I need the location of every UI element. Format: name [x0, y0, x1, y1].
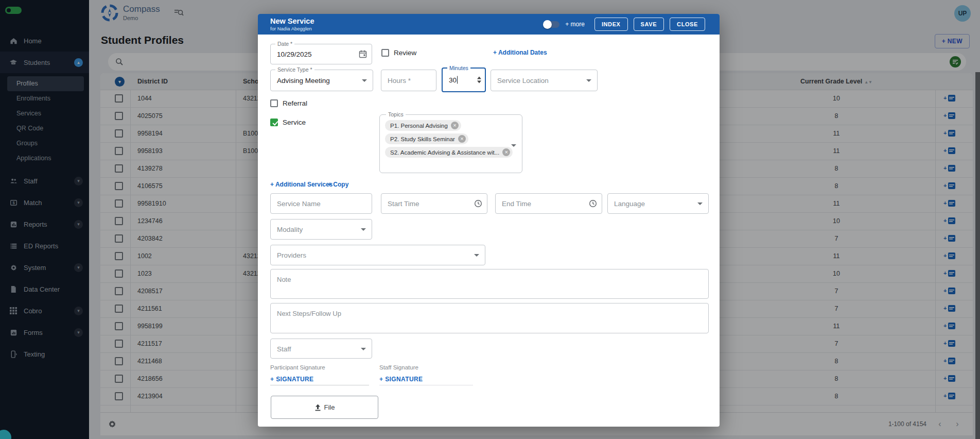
number-stepper[interactable] [477, 77, 481, 83]
service-type-value: Advising Meeting [277, 77, 330, 85]
staff-signature-line [379, 385, 473, 385]
remove-topic-icon[interactable]: × [451, 122, 459, 129]
end-time-placeholder: End Time [502, 200, 531, 208]
staff-signature-button[interactable]: + SIGNATURE [379, 376, 423, 383]
dialog-titles: New Service for Nadia Abegglen [270, 17, 314, 31]
staff-signature-label: Staff Signature [379, 364, 418, 370]
dialog-subtitle: for Nadia Abegglen [270, 26, 314, 31]
staff-placeholder: Staff [277, 345, 291, 352]
chevron-down-icon [362, 79, 367, 82]
topic-chip: P1. Personal Advising× [385, 120, 461, 131]
note-placeholder: Note [277, 276, 291, 283]
copy-link[interactable]: + Copy [328, 181, 348, 188]
hours-field[interactable]: Hours * [381, 70, 436, 91]
topic-chip-label: P2. Study Skills Seminar [390, 136, 455, 142]
date-field[interactable]: Date * 10/29/2025 [270, 44, 372, 64]
participant-signature-line [270, 385, 369, 385]
close-button[interactable]: CLOSE [670, 18, 705, 31]
chevron-down-icon [361, 228, 366, 231]
staff-select[interactable]: Staff [270, 339, 372, 359]
note-textarea[interactable]: Note [270, 269, 709, 299]
service-name-input[interactable]: Service Name [270, 193, 372, 214]
hours-placeholder: Hours * [388, 77, 411, 85]
date-value: 10/29/2025 [277, 50, 312, 58]
topic-chip: S2. Academic Advising & Assistance wit..… [385, 147, 513, 158]
participant-signature-label: Participant Signature [270, 364, 325, 370]
file-upload-label: File [324, 403, 335, 411]
next-steps-placeholder: Next Steps/Follow Up [277, 310, 341, 317]
participant-signature-button[interactable]: + SIGNATURE [270, 376, 314, 383]
chevron-down-icon [474, 254, 479, 257]
dialog-title: New Service [270, 17, 314, 25]
upload-icon [314, 404, 321, 411]
app-root: HomeStudents▴ProfilesEnrollmentsServices… [0, 0, 980, 439]
referral-checkbox-box[interactable] [270, 99, 278, 107]
save-button[interactable]: SAVE [634, 18, 664, 31]
review-label: Review [394, 49, 416, 57]
additional-services-link[interactable]: + Additional Services [270, 181, 332, 188]
minutes-value: 30 [449, 76, 458, 84]
referral-checkbox[interactable]: Referral [270, 99, 307, 107]
start-time-field[interactable]: Start Time [381, 193, 487, 214]
file-upload-button[interactable]: File [271, 396, 378, 419]
calendar-icon[interactable] [359, 50, 367, 58]
topic-chip-label: S2. Academic Advising & Assistance wit..… [390, 149, 499, 156]
chevron-down-icon [586, 79, 591, 82]
modality-select[interactable]: Modality [270, 219, 372, 240]
stepper-up-icon[interactable] [477, 77, 481, 79]
next-steps-textarea[interactable]: Next Steps/Follow Up [270, 303, 709, 333]
topics-multiselect[interactable]: Topics P1. Personal Advising×P2. Study S… [379, 114, 522, 173]
providers-select[interactable]: Providers [270, 245, 485, 265]
dialog-header: New Service for Nadia Abegglen + more IN… [258, 14, 720, 35]
language-placeholder: Language [614, 200, 645, 208]
date-label: Date * [275, 41, 294, 47]
dialog-header-actions: + more INDEX SAVE CLOSE [544, 18, 705, 31]
modality-placeholder: Modality [277, 226, 303, 233]
additional-dates-link[interactable]: + Additional Dates [493, 49, 547, 56]
topic-chip: P2. Study Skills Seminar× [385, 133, 468, 144]
chevron-down-icon[interactable] [511, 144, 516, 147]
service-location-placeholder: Service Location [497, 77, 549, 85]
service-type-label: Service Type * [275, 66, 314, 73]
new-service-dialog: New Service for Nadia Abegglen + more IN… [258, 14, 720, 427]
service-type-select[interactable]: Service Type * Advising Meeting [270, 70, 373, 91]
remove-topic-icon[interactable]: × [458, 135, 466, 143]
chevron-down-icon [361, 348, 366, 350]
topic-chip-label: P1. Personal Advising [390, 123, 448, 129]
chevron-down-icon [697, 202, 703, 205]
review-checkbox-box[interactable] [381, 49, 389, 57]
service-name-placeholder: Service Name [277, 200, 321, 208]
dialog-body: Date * 10/29/2025 Review + Additional Da… [258, 35, 720, 427]
referral-label: Referral [283, 99, 307, 107]
clock-icon[interactable] [589, 199, 597, 208]
end-time-field[interactable]: End Time [495, 193, 602, 214]
minutes-label: Minutes [447, 65, 470, 72]
toggle-knob [543, 20, 552, 29]
review-checkbox[interactable]: Review [381, 49, 416, 57]
topics-chips: P1. Personal Advising×P2. Study Skills S… [385, 120, 513, 158]
clock-icon[interactable] [474, 199, 482, 208]
service-checkbox[interactable]: Service [270, 119, 306, 126]
index-button[interactable]: INDEX [594, 18, 628, 31]
providers-placeholder: Providers [277, 251, 306, 259]
service-checkbox-box[interactable] [270, 119, 278, 126]
language-select[interactable]: Language [607, 193, 709, 214]
service-location-select[interactable]: Service Location [491, 70, 598, 91]
service-label: Service [283, 119, 306, 126]
stepper-down-icon[interactable] [477, 81, 481, 83]
topics-label: Topics [386, 111, 406, 118]
minutes-field[interactable]: Minutes 30 [442, 67, 486, 92]
remove-topic-icon[interactable]: × [502, 148, 510, 156]
more-link[interactable]: + more [565, 21, 585, 28]
header-toggle[interactable] [544, 21, 559, 28]
start-time-placeholder: Start Time [388, 200, 419, 208]
